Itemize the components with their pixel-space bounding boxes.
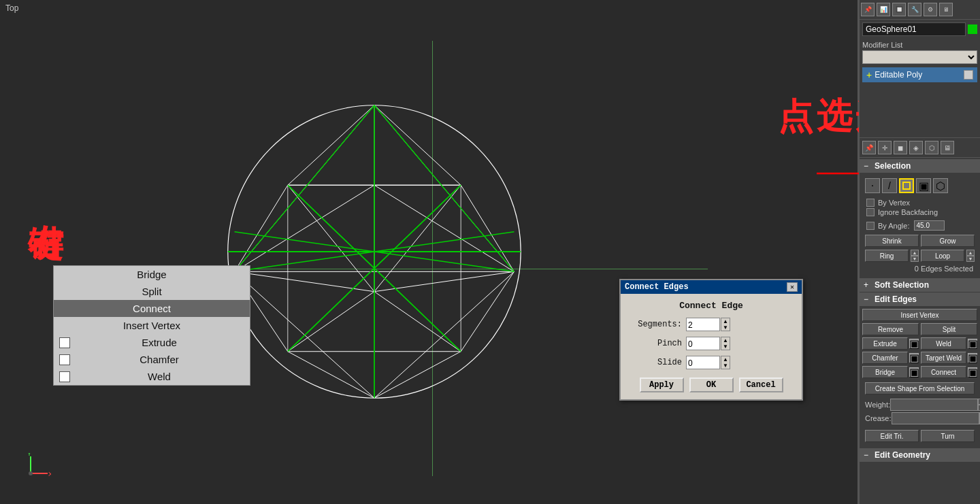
apply-button[interactable]: Apply bbox=[640, 377, 684, 392]
ring-spinner: ▲ ▼ bbox=[911, 250, 919, 262]
create-shape-button[interactable]: Create Shape From Selection bbox=[865, 382, 975, 394]
ignore-backfacing-checkbox[interactable] bbox=[866, 208, 875, 216]
ok-button[interactable]: OK bbox=[689, 377, 734, 392]
context-menu: Bridge Split Connect Insert Vertex Extru… bbox=[53, 265, 250, 386]
element-select-icon[interactable]: ⬡ bbox=[933, 178, 948, 193]
svg-line-21 bbox=[374, 292, 461, 352]
rp-tool1[interactable]: 🔲 bbox=[892, 3, 906, 16]
bridge-settings-icon[interactable]: ▣ bbox=[909, 367, 919, 377]
turn-button[interactable]: Turn bbox=[921, 430, 975, 442]
rp-tool3[interactable]: ⚙ bbox=[924, 3, 937, 16]
ring-button[interactable]: Ring bbox=[865, 250, 909, 262]
weld-checkbox bbox=[59, 371, 70, 382]
extrude-button[interactable]: Extrude bbox=[862, 337, 908, 350]
connect-settings-icon[interactable]: ▣ bbox=[968, 367, 977, 377]
ctx-chamfer[interactable]: Chamfer bbox=[54, 351, 250, 368]
svg-line-20 bbox=[288, 292, 374, 352]
sel3-button[interactable]: ⬡ bbox=[925, 141, 938, 154]
crease-input[interactable] bbox=[892, 412, 979, 424]
ctx-extrude[interactable]: Extrude bbox=[54, 334, 250, 351]
pin-icon-button[interactable]: 📌 bbox=[862, 141, 876, 154]
move-icon-button[interactable]: ✛ bbox=[878, 141, 892, 154]
sel1-button[interactable]: ◼ bbox=[894, 141, 907, 154]
ctx-weld[interactable]: Weld bbox=[54, 368, 250, 385]
segments-input[interactable]: 2 bbox=[686, 318, 720, 331]
weld-button[interactable]: Weld bbox=[921, 337, 966, 350]
selection-content: · / ▣ ⬡ By Vertex Ignore Backfacing bbox=[860, 173, 980, 277]
target-weld-button[interactable]: Target Weld bbox=[921, 352, 966, 364]
target-weld-group: Target Weld ▣ bbox=[921, 352, 977, 364]
modifier-list-select[interactable] bbox=[862, 50, 977, 64]
extrude-weld-row: Extrude ▣ Weld ▣ bbox=[862, 337, 977, 350]
chamfer-button[interactable]: Chamfer bbox=[862, 352, 908, 364]
slide-up-arrow[interactable]: ▲ bbox=[721, 356, 730, 363]
object-name-input[interactable]: GeoSphere01 bbox=[862, 22, 966, 36]
border-select-icon[interactable] bbox=[899, 178, 914, 193]
segments-down-arrow[interactable]: ▼ bbox=[721, 324, 730, 331]
rp-pin-button[interactable]: 📌 bbox=[861, 3, 875, 16]
insert-vertex-button[interactable]: Insert Vertex bbox=[862, 309, 977, 321]
remove-button[interactable]: Remove bbox=[862, 323, 919, 335]
soft-selection-header[interactable]: + Soft Selection bbox=[860, 278, 980, 292]
by-vertex-checkbox[interactable] bbox=[866, 199, 875, 207]
ctx-insert-vertex[interactable]: Insert Vertex bbox=[54, 317, 250, 334]
soft-selection-sign: + bbox=[864, 280, 872, 290]
pinch-down-arrow[interactable]: ▼ bbox=[721, 343, 730, 350]
by-angle-input[interactable]: 45.0 bbox=[914, 220, 945, 231]
pinch-up-arrow[interactable]: ▲ bbox=[721, 337, 730, 343]
pinch-input[interactable]: 0 bbox=[686, 337, 720, 350]
edge-select-icon[interactable]: / bbox=[882, 178, 897, 193]
editable-poly-row[interactable]: + Editable Poly bbox=[862, 67, 977, 82]
monitor-button[interactable]: 🖥 bbox=[941, 141, 954, 154]
ctx-connect[interactable]: Connect bbox=[54, 300, 250, 317]
chamfer-settings-icon[interactable]: ▣ bbox=[909, 353, 919, 363]
rp-tool2[interactable]: 🔧 bbox=[908, 3, 921, 16]
rp-tool4[interactable]: 🖥 bbox=[939, 3, 953, 16]
ring-spinner-arrows: ▲ ▼ bbox=[911, 250, 919, 262]
target-weld-settings-icon[interactable]: ▣ bbox=[968, 353, 977, 363]
slide-input[interactable]: 0 bbox=[686, 356, 720, 369]
ring-down[interactable]: ▼ bbox=[911, 256, 919, 262]
slide-row: Slide 0 ▲ ▼ bbox=[627, 356, 795, 369]
edit-tri-button[interactable]: Edit Tri. bbox=[865, 430, 919, 442]
ctx-split[interactable]: Split bbox=[54, 283, 250, 300]
axis-indicator: X Y bbox=[10, 453, 51, 494]
connect-button[interactable]: Connect bbox=[921, 366, 966, 378]
polygon-select-icon[interactable]: ▣ bbox=[916, 178, 931, 193]
loop-button[interactable]: Loop bbox=[921, 250, 964, 262]
split-button[interactable]: Split bbox=[921, 323, 977, 335]
edit-edges-header[interactable]: − Edit Edges bbox=[860, 292, 980, 306]
grow-button[interactable]: Grow bbox=[921, 235, 975, 247]
loop-down[interactable]: ▼ bbox=[966, 256, 975, 262]
ignore-backfacing-label: Ignore Backfacing bbox=[878, 208, 938, 216]
sel2-button[interactable]: ◈ bbox=[909, 141, 923, 154]
by-angle-checkbox[interactable] bbox=[866, 222, 875, 230]
chamfer-checkbox bbox=[59, 354, 70, 365]
svg-text:Y: Y bbox=[27, 453, 31, 457]
weld-settings-icon[interactable]: ▣ bbox=[968, 339, 977, 348]
slide-down-arrow[interactable]: ▼ bbox=[721, 363, 730, 369]
edit-geometry-header[interactable]: − Edit Geometry bbox=[860, 448, 980, 462]
object-color-swatch[interactable] bbox=[968, 24, 977, 34]
svg-line-11 bbox=[461, 185, 514, 271]
segments-label: Segments: bbox=[627, 320, 682, 329]
viewport[interactable]: Top 右键 点选边线 bbox=[0, 0, 859, 504]
weight-input[interactable] bbox=[890, 399, 978, 411]
pinch-row: Pinch 0 ▲ ▼ bbox=[627, 337, 795, 350]
ring-up[interactable]: ▲ bbox=[911, 250, 919, 256]
dialog-close-button[interactable]: ✕ bbox=[787, 282, 798, 292]
loop-up[interactable]: ▲ bbox=[966, 250, 975, 256]
selection-header[interactable]: − Selection bbox=[860, 159, 980, 173]
right-panel: 📌 📊 🔲 🔧 ⚙ 🖥 GeoSphere01 Modifier List + … bbox=[859, 0, 980, 504]
segments-up-arrow[interactable]: ▲ bbox=[721, 318, 730, 324]
shrink-button[interactable]: Shrink bbox=[865, 235, 919, 247]
viewport-label: Top bbox=[5, 3, 18, 13]
cancel-button[interactable]: Cancel bbox=[739, 377, 783, 392]
rp-graph-button[interactable]: 📊 bbox=[877, 3, 890, 16]
editable-poly-plus: + bbox=[866, 69, 872, 80]
ctx-bridge[interactable]: Bridge bbox=[54, 266, 250, 283]
extrude-settings-icon[interactable]: ▣ bbox=[909, 339, 919, 348]
bridge-button[interactable]: Bridge bbox=[862, 366, 908, 378]
vertex-select-icon[interactable]: · bbox=[865, 178, 880, 193]
weight-input-container: ▲ ▼ bbox=[890, 399, 980, 411]
